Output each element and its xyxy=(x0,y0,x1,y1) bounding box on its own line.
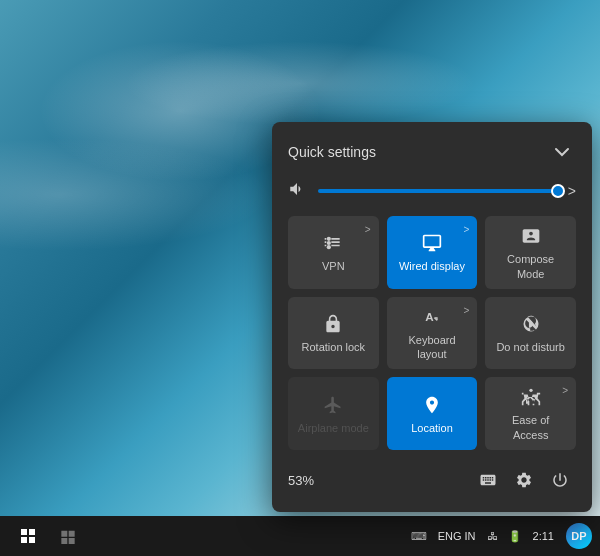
windows-logo-icon xyxy=(21,529,35,543)
quick-settings-bottom: 53% xyxy=(288,464,576,496)
settings-icon xyxy=(515,471,533,489)
svg-point-2 xyxy=(327,245,331,249)
tray-time-display: 2:11 xyxy=(533,529,554,543)
keyboard-layout-icon: A xyxy=(422,307,442,327)
tile-vpn-label: VPN xyxy=(322,259,345,273)
avatar-initials: DP xyxy=(571,530,586,542)
volume-icon xyxy=(288,180,308,202)
taskbar: ⌨ ENG IN 🖧 🔋 2:11 DP xyxy=(0,516,600,556)
quick-settings-title: Quick settings xyxy=(288,144,376,160)
power-icon xyxy=(551,471,569,489)
tiles-grid: > VPN > Wired display Compose Mode xyxy=(288,216,576,450)
taskbar-tray: ⌨ ENG IN 🖧 🔋 2:11 DP xyxy=(408,523,592,549)
tile-access-label: Ease of Access xyxy=(493,413,568,442)
tile-wired-display[interactable]: > Wired display xyxy=(387,216,478,289)
tray-clock[interactable]: 2:11 xyxy=(529,529,558,543)
settings-button[interactable] xyxy=(508,464,540,496)
tile-wired-chevron: > xyxy=(463,224,469,235)
tile-location[interactable]: Location xyxy=(387,377,478,450)
chevron-down-icon xyxy=(554,144,570,160)
tile-do-not-disturb[interactable]: Do not disturb xyxy=(485,297,576,370)
tile-location-icon-row xyxy=(422,395,442,415)
tile-ease-of-access[interactable]: > Ease of Access xyxy=(485,377,576,450)
bottom-icons-row xyxy=(472,464,576,496)
user-avatar[interactable]: DP xyxy=(566,523,592,549)
tile-wired-label: Wired display xyxy=(399,259,465,273)
svg-point-1 xyxy=(327,241,331,245)
svg-text:A: A xyxy=(425,310,434,323)
airplane-mode-icon xyxy=(323,395,343,415)
keyboard-tray-icon: ⌨ xyxy=(408,528,430,545)
keyboard-button[interactable] xyxy=(472,464,504,496)
tile-location-label: Location xyxy=(411,421,453,435)
keyboard-icon xyxy=(479,471,497,489)
tile-access-chevron: > xyxy=(562,385,568,396)
tile-rotation-lock[interactable]: Rotation lock xyxy=(288,297,379,370)
tile-access-icon-row xyxy=(521,387,541,407)
battery-percentage: 53% xyxy=(288,473,314,488)
tile-compose-label: Compose Mode xyxy=(493,252,568,281)
task-view-icon xyxy=(60,528,76,544)
vpn-icon xyxy=(323,233,343,253)
compose-mode-icon xyxy=(521,226,541,246)
volume-slider[interactable] xyxy=(318,189,558,193)
network-tray-icon[interactable]: 🖧 xyxy=(484,528,501,544)
volume-row: > xyxy=(288,180,576,202)
rotation-lock-icon xyxy=(323,314,343,334)
tile-keyboard-chevron: > xyxy=(463,305,469,316)
tile-keyboard-layout[interactable]: A > Keyboard layout xyxy=(387,297,478,370)
tile-dnd-label: Do not disturb xyxy=(496,340,564,354)
svg-point-4 xyxy=(529,389,532,392)
battery-tray-icon[interactable]: 🔋 xyxy=(505,528,525,545)
tile-compose-icon-row xyxy=(521,226,541,246)
task-view-button[interactable] xyxy=(50,516,86,556)
tile-keyboard-label: Keyboard layout xyxy=(395,333,470,362)
tile-vpn-chevron: > xyxy=(365,224,371,235)
do-not-disturb-icon xyxy=(521,314,541,334)
start-button[interactable] xyxy=(8,516,48,556)
speaker-icon xyxy=(288,180,306,198)
tile-dnd-icon-row xyxy=(521,314,541,334)
tile-airplane-icon-row xyxy=(323,395,343,415)
svg-point-0 xyxy=(327,237,331,241)
language-indicator[interactable]: ENG IN xyxy=(434,530,480,542)
tile-rotation-icon-row xyxy=(323,314,343,334)
tile-airplane-mode[interactable]: Airplane mode xyxy=(288,377,379,450)
location-icon xyxy=(422,395,442,415)
quick-settings-panel: Quick settings > xyxy=(272,122,592,512)
tile-vpn-icon-row xyxy=(323,233,343,253)
tile-rotation-label: Rotation lock xyxy=(302,340,366,354)
quick-settings-header: Quick settings xyxy=(288,138,576,166)
power-button[interactable] xyxy=(544,464,576,496)
tile-wired-icon-row xyxy=(422,233,442,253)
wired-display-icon xyxy=(422,233,442,253)
tile-compose-mode[interactable]: Compose Mode xyxy=(485,216,576,289)
tile-vpn[interactable]: > VPN xyxy=(288,216,379,289)
tile-airplane-label: Airplane mode xyxy=(298,421,369,435)
tile-keyboard-icon-row: A xyxy=(422,307,442,327)
ease-of-access-icon xyxy=(521,387,541,407)
volume-thumb xyxy=(551,184,565,198)
quick-settings-collapse-button[interactable] xyxy=(548,138,576,166)
volume-chevron[interactable]: > xyxy=(568,183,576,199)
